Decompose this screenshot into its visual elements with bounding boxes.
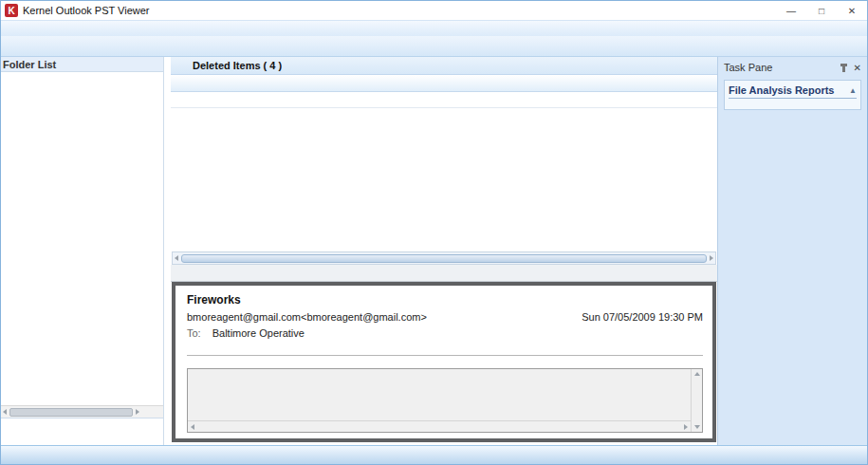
body-vscrollbar[interactable] bbox=[691, 369, 702, 432]
message-list-hscrollbar[interactable] bbox=[172, 251, 716, 265]
panel-splitter[interactable] bbox=[164, 57, 171, 445]
task-pane-close-icon[interactable]: ✕ bbox=[854, 63, 861, 73]
main-toolbar bbox=[1, 36, 867, 57]
content-area: Folder List Deleted Items ( 4 ) bbox=[1, 57, 867, 445]
status-bar bbox=[1, 445, 867, 464]
scroll-up-icon[interactable] bbox=[694, 372, 700, 376]
preview-subject: Fireworks bbox=[187, 293, 703, 307]
app-logo-icon: K bbox=[5, 4, 18, 17]
minimize-button[interactable]: — bbox=[776, 1, 806, 20]
scroll-right-icon[interactable] bbox=[136, 409, 139, 415]
collapse-icon[interactable]: ▲ bbox=[849, 86, 857, 95]
folder-list-header: Folder List bbox=[1, 57, 163, 72]
grid-header-row bbox=[171, 75, 717, 92]
scroll-left-icon[interactable] bbox=[175, 255, 178, 261]
pin-icon[interactable] bbox=[842, 64, 845, 72]
scroll-left-icon[interactable] bbox=[3, 409, 7, 415]
message-area: Deleted Items ( 4 ) Fireworks bmoreagent… bbox=[171, 57, 717, 445]
scroll-down-icon[interactable] bbox=[694, 425, 700, 429]
message-list-toolbar: Deleted Items ( 4 ) bbox=[171, 57, 717, 75]
folder-tree-hscrollbar[interactable] bbox=[1, 405, 163, 418]
preview-divider bbox=[187, 355, 703, 356]
scroll-left-icon[interactable] bbox=[191, 424, 194, 430]
preview-from: bmoreagent@gmail.com<bmoreagent@gmail.co… bbox=[187, 311, 427, 323]
scroll-right-icon[interactable] bbox=[710, 255, 713, 261]
folder-list-panel: Folder List bbox=[1, 57, 164, 445]
scroll-right-icon[interactable] bbox=[684, 424, 688, 430]
task-pane: Task Pane ✕ File Analysis Reports ▲ bbox=[717, 57, 867, 445]
outlook-shortcut-bar bbox=[1, 418, 163, 445]
title-bar: K Kernel Outlook PST Viewer — □ ✕ bbox=[1, 1, 867, 20]
message-preview-pane: Fireworks bmoreagent@gmail.com<bmoreagen… bbox=[172, 282, 716, 442]
reports-section-title: File Analysis Reports bbox=[729, 84, 849, 96]
close-button[interactable]: ✕ bbox=[837, 1, 867, 20]
window-title: Kernel Outlook PST Viewer bbox=[23, 5, 150, 16]
preview-date: Sun 07/05/2009 19:30 PM bbox=[582, 311, 703, 323]
list-title: Deleted Items ( 4 ) bbox=[193, 60, 282, 71]
scroll-thumb[interactable] bbox=[181, 254, 707, 263]
body-hscrollbar[interactable] bbox=[188, 420, 691, 432]
menu-bar bbox=[1, 20, 867, 36]
task-pane-title: Task Pane bbox=[724, 62, 842, 73]
folder-tree bbox=[1, 72, 163, 405]
preview-body-text bbox=[188, 369, 691, 420]
file-analysis-reports-card: File Analysis Reports ▲ bbox=[724, 80, 861, 110]
app-window: K Kernel Outlook PST Viewer — □ ✕ Folder… bbox=[0, 0, 868, 465]
grid-filter-row bbox=[171, 92, 717, 108]
list-empty-space bbox=[171, 108, 717, 251]
preview-body-box bbox=[187, 368, 703, 433]
view-tab-bar bbox=[171, 265, 717, 282]
maximize-button[interactable]: □ bbox=[806, 1, 837, 20]
scroll-thumb[interactable] bbox=[9, 408, 133, 417]
preview-to-label: To: bbox=[187, 327, 201, 339]
preview-to: Baltimore Operative bbox=[212, 327, 305, 339]
